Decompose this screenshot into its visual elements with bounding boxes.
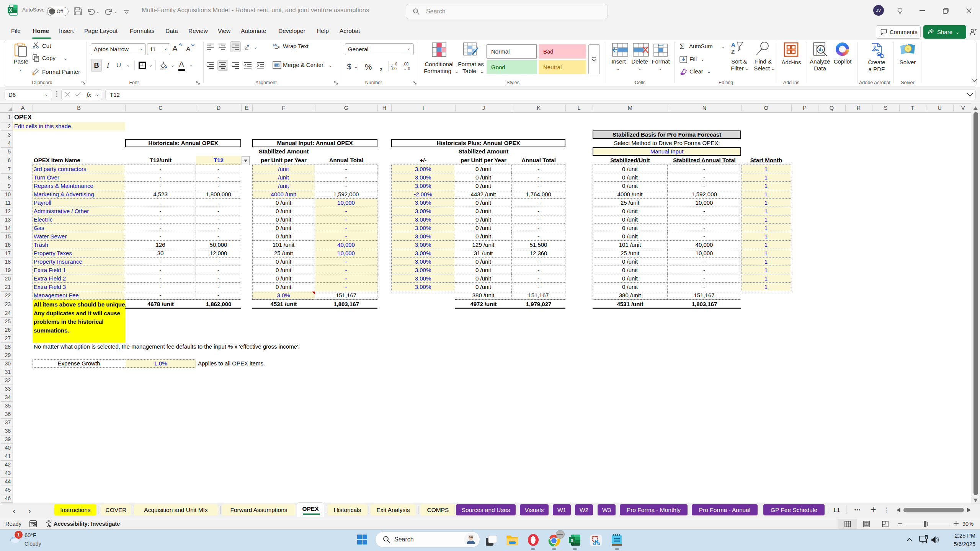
svg-text:→.0: →.0 [403,67,410,71]
svg-text:.00: .00 [391,67,397,71]
svg-text:A: A [731,41,735,48]
svg-text:ab: ab [273,43,277,47]
svg-text:←0: ←0 [391,62,397,66]
svg-text:X: X [9,8,12,13]
svg-text:X: X [570,538,574,543]
svg-text:Z: Z [731,48,735,55]
svg-text:.00: .00 [403,62,408,66]
